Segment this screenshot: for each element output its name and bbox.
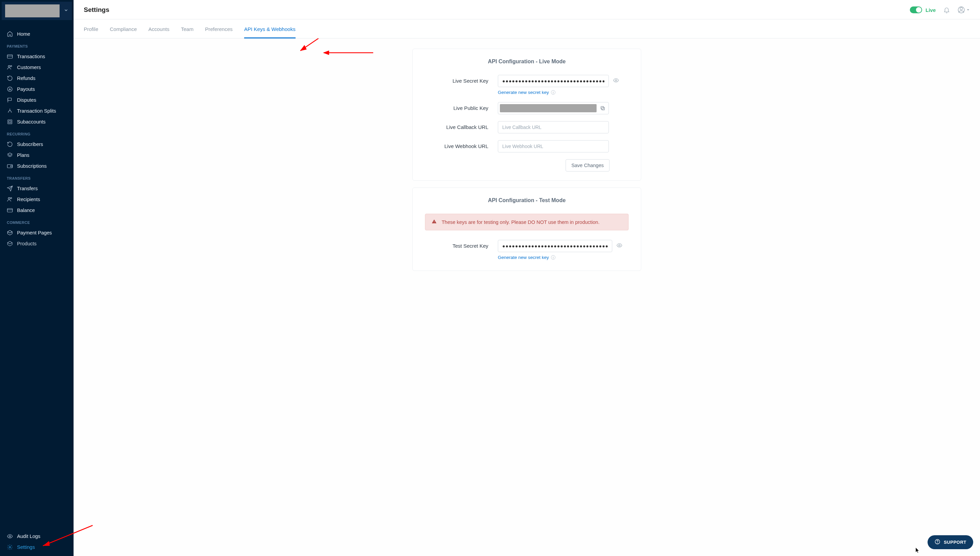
live-api-card: API Configuration - Live Mode Live Secre… [412,48,641,181]
subaccount-icon [7,119,13,125]
annotation-arrow-1 [294,39,349,57]
support-button[interactable]: SUPPORT [928,535,973,549]
nav-customers[interactable]: Customers [0,62,74,73]
live-secret-label: Live Secret Key [424,75,498,84]
nav-label: Transactions [17,54,45,59]
nav-balance[interactable]: Balance [0,205,74,216]
mode-label: Live [925,7,936,13]
nav-settings[interactable]: Settings [0,542,74,553]
nav-disputes[interactable]: Disputes [0,95,74,105]
svg-marker-25 [300,45,306,51]
nav-label: Transaction Splits [17,108,56,114]
nav-label: Products [17,241,36,246]
live-public-label: Live Public Key [424,102,498,111]
layers-icon [7,152,13,158]
tab-preferences[interactable]: Preferences [205,19,233,38]
nav-label: Subaccounts [17,119,45,124]
svg-line-24 [300,39,345,51]
help-icon [935,539,941,546]
split-icon [7,108,13,114]
mode-toggle[interactable] [910,6,922,13]
save-changes-button[interactable]: Save Changes [565,159,609,171]
card-icon [7,207,13,213]
nav-subscribers[interactable]: Subscribers [0,139,74,150]
chevron-down-icon [64,8,68,14]
public-key-redacted [500,104,596,112]
topbar: Settings Live [74,0,980,19]
box-icon [7,241,13,247]
generate-secret-link[interactable]: Generate new secret keyi [498,90,556,95]
warning-icon [431,219,437,225]
page-title: Settings [84,6,109,14]
nav-payouts[interactable]: Payouts [0,84,74,95]
nav-label: Customers [17,65,41,70]
svg-marker-23 [967,9,969,11]
business-switcher[interactable] [2,2,72,20]
nav-bottom: Audit Logs Settings [0,531,74,556]
live-callback-input[interactable] [498,121,609,133]
support-label: SUPPORT [944,540,966,545]
eye-icon[interactable] [613,77,619,85]
tab-team[interactable]: Team [181,19,193,38]
send-icon [7,186,13,192]
nav-label: Recipients [17,197,40,202]
card-icon [7,53,13,60]
users-icon [7,196,13,202]
nav-products[interactable]: Products [0,238,74,249]
live-webhook-label: Live Webhook URL [424,140,498,149]
info-icon: i [551,90,556,95]
box-icon [7,230,13,236]
nav-subscriptions[interactable]: Subscriptions [0,161,74,171]
copy-icon[interactable] [599,105,607,111]
nav-label: Subscribers [17,142,43,147]
section-title-commerce: COMMERCE [0,216,74,227]
section-title-payments: PAYMENTS [0,39,74,51]
live-webhook-input[interactable] [498,140,609,152]
eye-icon[interactable] [616,242,622,250]
live-public-key-box [498,102,609,114]
nav-transaction-splits[interactable]: Transaction Splits [0,105,74,116]
nav-label: Refunds [17,76,36,81]
nav-payment-pages[interactable]: Payment Pages [0,227,74,238]
tab-profile[interactable]: Profile [84,19,99,38]
tab-compliance[interactable]: Compliance [110,19,137,38]
live-callback-label: Live Callback URL [424,121,498,130]
gear-icon [7,544,13,550]
section-title-recurring: RECURRING [0,127,74,139]
content-area: API Configuration - Live Mode Live Secre… [74,39,980,556]
nav-label: Subscriptions [17,163,47,169]
profile-menu[interactable] [957,6,970,14]
live-card-title: API Configuration - Live Mode [424,58,630,65]
tab-api-keys-webhooks[interactable]: API Keys & Webhooks [244,19,296,38]
eye-icon [7,533,13,539]
nav-label: Plans [17,152,29,158]
nav-transfers[interactable]: Transfers [0,183,74,194]
test-warning-banner: These keys are for testing only. Please … [425,214,628,230]
nav-label: Home [17,31,30,37]
test-api-card: API Configuration - Test Mode These keys… [412,187,641,271]
payout-icon [7,86,13,92]
nav-recipients[interactable]: Recipients [0,194,74,205]
nav-label: Transfers [17,186,38,191]
test-secret-input[interactable] [498,240,612,252]
nav-transactions[interactable]: Transactions [0,51,74,62]
main: Settings Live Profile Compliance Account… [74,0,980,556]
business-logo-placeholder [5,5,60,17]
tab-accounts[interactable]: Accounts [149,19,170,38]
bell-icon[interactable] [943,6,950,13]
live-secret-input[interactable] [498,75,609,87]
nav-label: Settings [17,545,35,550]
section-title-transfers: TRANSFERS [0,171,74,183]
topbar-actions: Live [910,6,970,14]
nav-subaccounts[interactable]: Subaccounts [0,116,74,127]
nav-plans[interactable]: Plans [0,150,74,161]
flag-icon [7,97,13,103]
nav-home[interactable]: Home [0,29,74,39]
nav-refunds[interactable]: Refunds [0,73,74,84]
nav-audit-logs[interactable]: Audit Logs [0,531,74,542]
nav-label: Disputes [17,97,36,103]
test-card-title: API Configuration - Test Mode [424,197,630,204]
generate-test-secret-link[interactable]: Generate new secret keyi [498,255,556,260]
nav-label: Payouts [17,86,35,92]
tabs: Profile Compliance Accounts Team Prefere… [74,19,980,39]
